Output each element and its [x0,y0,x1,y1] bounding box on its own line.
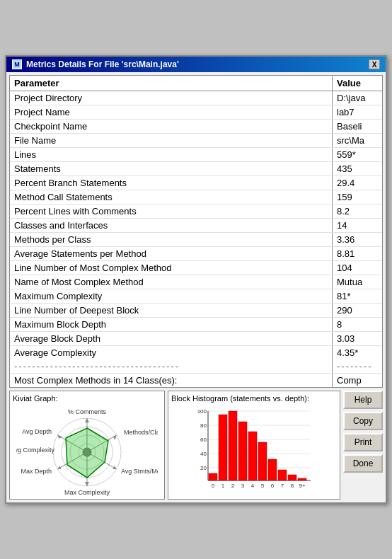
table-row: Line Number of Most Complex Method104 [10,261,382,275]
copy-button[interactable]: Copy [343,412,383,430]
svg-marker-11 [66,428,108,478]
row-value: 8.81 [333,247,382,260]
table-row: File Namesrc\Ma [10,134,382,148]
row-param: Methods per Class [10,233,333,246]
kiviat-box: Kiviat Graph: [9,391,165,500]
row-param: Percent Branch Statements [10,176,333,190]
row-value: 3.03 [333,332,382,345]
row-value: 159 [333,190,382,204]
row-value: lab7 [333,105,382,119]
row-param: Project Directory [10,91,333,105]
row-param: Line Number of Most Complex Method [10,261,333,275]
row-value: Mutua [333,275,382,289]
separator-value: -------- [333,359,382,373]
buttons-panel: Help Copy Print Done [343,391,383,500]
svg-rect-44 [278,470,287,480]
help-button[interactable]: Help [343,391,383,409]
table-row: Maximum Block Depth8 [10,318,382,332]
bottom-section: Kiviat Graph: [9,391,383,500]
svg-text:4: 4 [251,483,255,489]
svg-text:7: 7 [281,483,284,489]
separator-row: ------------------------------------- --… [10,359,382,374]
row-param: Average Block Depth [10,332,333,345]
table-row: Average Block Depth3.03 [10,332,382,346]
kiviat-graph: % Comments Methods/Class Avg Stmts/Metho… [16,404,158,496]
svg-rect-41 [248,432,257,480]
histogram-box: Block Histogram (statements vs. depth): … [168,391,340,500]
svg-text:6: 6 [271,483,275,489]
row-param: Lines [10,148,333,161]
param-header: Parameter [10,76,333,91]
row-param: Classes and Interfaces [10,219,333,232]
table-row: Line Number of Deepest Block290 [10,304,382,318]
table-header: Parameter Value [10,76,382,91]
close-button[interactable]: X [369,59,380,69]
row-param: Line Number of Deepest Block [10,304,333,317]
svg-marker-15 [85,482,89,486]
table-row: Project Namelab7 [10,105,382,120]
row-value: 4.35* [333,346,382,359]
table-row: Maximum Complexity81* [10,289,382,304]
svg-text:60: 60 [200,437,207,443]
row-value: 435 [333,162,382,175]
svg-text:Avg Depth: Avg Depth [22,428,52,435]
row-param: Name of Most Complex Method [10,275,333,289]
separator-param: ------------------------------------- [10,359,333,373]
svg-text:Methods/Class: Methods/Class [124,429,158,436]
table-row: Name of Most Complex MethodMutua [10,275,382,289]
svg-text:Max Complexity: Max Complexity [64,489,110,496]
row-value: 14 [333,219,382,232]
table-row: Classes and Interfaces14 [10,219,382,233]
histogram-graph: 100 80 60 40 20 [171,404,337,496]
print-button[interactable]: Print [343,433,383,451]
svg-marker-13 [113,435,117,440]
row-value: 290 [333,304,382,317]
row-param: Method Call Statements [10,190,333,204]
svg-text:Avg Stmts/Method: Avg Stmts/Method [121,468,158,475]
row-param: Maximum Block Depth [10,318,333,331]
table-row: Project DirectoryD:\java [10,91,382,105]
main-window: M Metrics Details For File 'src\Main.jav… [5,55,387,504]
app-icon: M [12,59,22,69]
svg-rect-42 [258,442,267,480]
value-header: Value [333,76,382,91]
row-param: Checkpoint Name [10,120,333,133]
table-row: Statements435 [10,162,382,176]
row-param: Percent Lines with Comments [10,204,333,218]
svg-text:% Comments: % Comments [68,408,107,415]
table-body: Project DirectoryD:\javaProject Namelab7… [10,91,382,359]
svg-rect-45 [288,475,296,480]
row-value: 8 [333,318,382,331]
row-param: Project Name [10,105,333,119]
svg-text:0: 0 [212,483,215,489]
row-param: Average Complexity [10,346,333,359]
svg-rect-43 [268,459,277,480]
row-value: 81* [333,289,382,303]
svg-rect-39 [229,411,237,480]
window-title: Metrics Details For File 'src\Main.java' [26,59,179,69]
done-button[interactable]: Done [343,454,383,473]
svg-text:8: 8 [291,483,294,489]
svg-text:Avg Complexity: Avg Complexity [16,446,54,454]
svg-rect-37 [209,473,217,480]
metrics-table: Parameter Value Project DirectoryD:\java… [9,75,383,388]
svg-text:9+: 9+ [299,483,305,489]
svg-text:40: 40 [200,451,207,457]
row-value: 3.36 [333,233,382,246]
histogram-label: Block Histogram (statements vs. depth): [171,394,337,403]
svg-text:2: 2 [231,483,235,489]
window-content: Parameter Value Project DirectoryD:\java… [6,72,386,502]
svg-text:100: 100 [197,408,207,415]
row-value: Baseli [333,120,382,133]
svg-text:1: 1 [221,483,225,489]
title-bar: M Metrics Details For File 'src\Main.jav… [6,57,386,72]
svg-marker-12 [85,418,89,422]
row-value: 559* [333,148,382,161]
most-complex-row: Most Complex Methods in 14 Class(es): Co… [10,374,382,387]
svg-text:Max Depth: Max Depth [21,468,52,475]
most-complex-label: Most Complex Methods in 14 Class(es): [10,374,333,387]
svg-rect-40 [238,422,247,480]
table-row: Average Complexity4.35* [10,346,382,359]
table-row: Method Call Statements159 [10,190,382,204]
row-value: 8.2 [333,204,382,218]
